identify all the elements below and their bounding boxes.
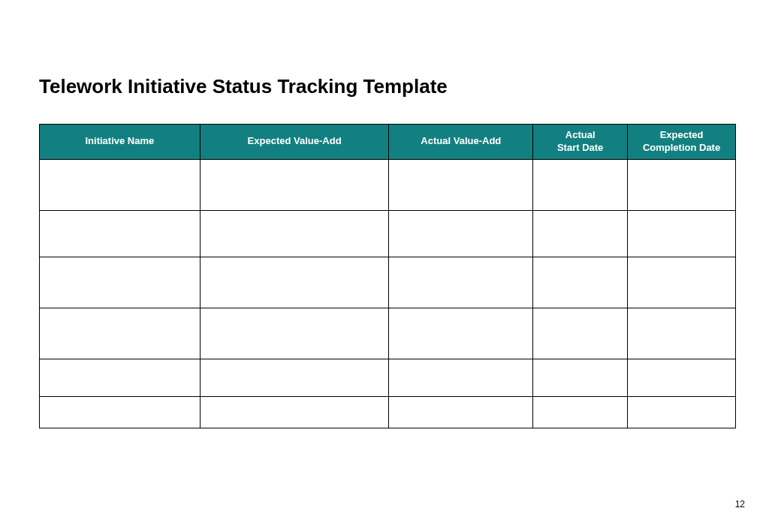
header-actual-start-date: ActualStart Date xyxy=(533,125,628,160)
cell-expected-value-add xyxy=(200,257,389,308)
cell-actual-value-add xyxy=(389,308,533,359)
status-table-container: Initiative Name Expected Value-Add Actua… xyxy=(39,124,736,428)
table-header-row: Initiative Name Expected Value-Add Actua… xyxy=(40,125,736,160)
cell-initiative-name xyxy=(40,359,201,396)
cell-expected-value-add xyxy=(200,396,389,428)
cell-expected-value-add xyxy=(200,159,389,210)
cell-actual-start-date xyxy=(533,396,628,428)
cell-expected-value-add xyxy=(200,359,389,396)
table-row xyxy=(40,359,736,396)
cell-initiative-name xyxy=(40,308,201,359)
table-row xyxy=(40,308,736,359)
cell-actual-value-add xyxy=(389,396,533,428)
page-number: 12 xyxy=(735,499,745,509)
cell-expected-value-add xyxy=(200,308,389,359)
cell-actual-start-date xyxy=(533,210,628,257)
cell-actual-value-add xyxy=(389,359,533,396)
header-actual-value-add: Actual Value-Add xyxy=(389,125,533,160)
cell-actual-value-add xyxy=(389,257,533,308)
cell-expected-completion-date xyxy=(628,359,736,396)
cell-actual-start-date xyxy=(533,257,628,308)
cell-expected-completion-date xyxy=(628,257,736,308)
cell-initiative-name xyxy=(40,257,201,308)
cell-actual-start-date xyxy=(533,359,628,396)
header-expected-completion-date: ExpectedCompletion Date xyxy=(628,125,736,160)
header-initiative-name: Initiative Name xyxy=(40,125,201,160)
header-expected-value-add: Expected Value-Add xyxy=(200,125,389,160)
table-row xyxy=(40,159,736,210)
cell-initiative-name xyxy=(40,159,201,210)
cell-actual-value-add xyxy=(389,159,533,210)
cell-actual-start-date xyxy=(533,159,628,210)
cell-expected-value-add xyxy=(200,210,389,257)
cell-actual-value-add xyxy=(389,210,533,257)
cell-initiative-name xyxy=(40,210,201,257)
table-row xyxy=(40,396,736,428)
cell-expected-completion-date xyxy=(628,396,736,428)
cell-expected-completion-date xyxy=(628,210,736,257)
cell-expected-completion-date xyxy=(628,159,736,210)
table-row xyxy=(40,257,736,308)
status-table: Initiative Name Expected Value-Add Actua… xyxy=(39,124,736,428)
cell-expected-completion-date xyxy=(628,308,736,359)
table-row xyxy=(40,210,736,257)
cell-actual-start-date xyxy=(533,308,628,359)
page-title: Telework Initiative Status Tracking Temp… xyxy=(39,75,448,98)
cell-initiative-name xyxy=(40,396,201,428)
